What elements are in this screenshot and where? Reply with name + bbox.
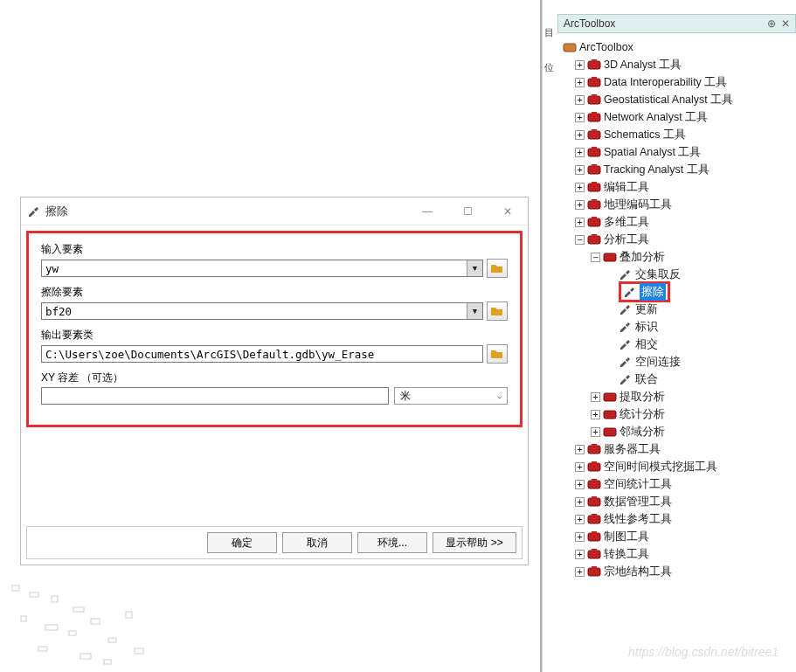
output-featureclass-field[interactable]	[41, 345, 483, 363]
tree-item-t16[interactable]: +制图工具	[561, 528, 793, 545]
tree-item-t17[interactable]: +转换工具	[561, 545, 793, 563]
tree-item-l0[interactable]: 交集取反	[561, 266, 793, 283]
expand-icon[interactable]: +	[575, 200, 585, 210]
tree-item-label: 叠加分析	[619, 248, 665, 266]
tree-item-l6[interactable]: 联合	[561, 371, 793, 388]
tree-item-l3[interactable]: 标识	[561, 318, 793, 336]
tree-item-t6[interactable]: +Tracking Analyst 工具	[561, 161, 793, 178]
expand-icon[interactable]: +	[575, 78, 585, 87]
chevron-down-icon[interactable]: ▼	[467, 260, 482, 276]
tree-item-label: 空间时间模式挖掘工具	[604, 458, 717, 475]
expand-icon[interactable]: −	[575, 235, 585, 245]
tree-item-s10_2[interactable]: +统计分析	[561, 405, 793, 423]
expand-icon[interactable]: +	[575, 480, 585, 489]
environments-button[interactable]: 环境...	[357, 532, 427, 553]
expand-icon[interactable]: +	[575, 165, 585, 175]
xy-tolerance-unit-select[interactable]: 米 ⌵	[394, 387, 508, 405]
close-button[interactable]: ✕	[488, 199, 528, 224]
expand-icon[interactable]: +	[575, 113, 585, 122]
input-features-combo[interactable]: ▼	[41, 260, 483, 277]
tree-item-t2[interactable]: +Geostatistical Analyst 工具	[561, 91, 793, 108]
tree-item-s10_3[interactable]: +邻域分析	[561, 423, 793, 440]
svg-rect-4	[21, 616, 26, 621]
browse-erase-button[interactable]	[487, 301, 508, 321]
expand-icon[interactable]: +	[575, 462, 585, 472]
tree-item-s10_0[interactable]: −叠加分析	[561, 248, 793, 266]
tree-item-t18[interactable]: +宗地结构工具	[561, 563, 793, 580]
expand-icon[interactable]: +	[575, 515, 585, 524]
tree-item-l4[interactable]: 相交	[561, 336, 793, 353]
tree-item-l2[interactable]: 更新	[561, 301, 793, 318]
maximize-button[interactable]: ☐	[447, 199, 488, 224]
tree-item-t11[interactable]: +服务器工具	[561, 440, 793, 458]
highlighted-selection: 擦除	[619, 281, 670, 302]
tree-item-label: 地理编码工具	[604, 196, 672, 213]
expand-icon[interactable]: +	[575, 60, 585, 70]
tree-item-t12[interactable]: +空间时间模式挖掘工具	[561, 458, 793, 475]
tree-item-s10_1[interactable]: +提取分析	[561, 388, 793, 405]
tree-item-t4[interactable]: +Schematics 工具	[561, 126, 793, 143]
toolbox-icon	[587, 530, 601, 543]
show-help-button[interactable]: 显示帮助 >>	[433, 532, 516, 553]
minimize-button[interactable]: —	[407, 199, 447, 224]
ok-button[interactable]: 确定	[207, 532, 277, 553]
toolbox-icon	[587, 233, 601, 246]
expand-icon[interactable]: +	[591, 410, 600, 419]
expand-icon[interactable]: +	[575, 95, 585, 105]
xy-tolerance-field[interactable]	[41, 387, 389, 405]
toolbox-icon	[587, 443, 601, 455]
toolbox-icon	[587, 461, 601, 473]
tree-item-t1[interactable]: +Data Interoperability 工具	[561, 73, 793, 91]
tree-item-t13[interactable]: +空间统计工具	[561, 475, 793, 493]
svg-rect-9	[126, 612, 132, 618]
input-features-label: 输入要素	[41, 242, 508, 257]
expand-icon[interactable]: +	[575, 218, 585, 227]
expand-icon[interactable]: +	[575, 567, 585, 577]
erase-features-combo[interactable]: ▼	[41, 302, 483, 320]
tree-item-t10[interactable]: −分析工具	[561, 231, 793, 248]
expand-icon[interactable]: +	[591, 427, 600, 437]
tree-item-t3[interactable]: +Network Analyst 工具	[561, 108, 793, 126]
chevron-down-icon[interactable]: ▼	[467, 303, 482, 319]
dialog-titlebar[interactable]: 擦除 — ☐ ✕	[21, 197, 528, 225]
tree-root[interactable]: ArcToolbox	[561, 38, 793, 56]
expand-icon[interactable]: −	[591, 253, 600, 262]
input-features-field[interactable]	[42, 260, 467, 276]
close-panel-icon[interactable]: ✕	[781, 17, 790, 30]
toolbox-icon	[587, 181, 601, 193]
tree-item-t15[interactable]: +线性参考工具	[561, 510, 793, 528]
tree-item-label: 空间连接	[635, 353, 681, 371]
expand-icon[interactable]: +	[575, 130, 585, 140]
pin-icon[interactable]: ⊕	[767, 17, 776, 30]
tree-item-t5[interactable]: +Spatial Analyst 工具	[561, 143, 793, 161]
toolbox-icon	[587, 478, 601, 490]
browse-input-button[interactable]	[487, 259, 508, 278]
tree-item-l5[interactable]: 空间连接	[561, 353, 793, 371]
tree-item-label: 邻域分析	[619, 423, 665, 440]
arctoolbox-panel: ArcToolbox ⊕ ✕ ArcToolbox +3D Analyst 工具…	[557, 14, 796, 672]
tree-item-label: 分析工具	[604, 231, 649, 248]
tree-item-t7[interactable]: +编辑工具	[561, 178, 793, 196]
expand-icon[interactable]: +	[575, 148, 585, 157]
dock-glyph-2: 位	[544, 61, 554, 74]
svg-rect-10	[38, 647, 47, 651]
panel-titlebar[interactable]: ArcToolbox ⊕ ✕	[557, 14, 796, 33]
expand-icon[interactable]: +	[575, 445, 585, 454]
expand-icon[interactable]: +	[575, 497, 585, 507]
expand-icon[interactable]: +	[575, 183, 585, 192]
expand-icon[interactable]: +	[591, 392, 600, 402]
browse-output-button[interactable]	[487, 344, 508, 364]
cancel-button[interactable]: 取消	[282, 532, 352, 553]
tree-item-t8[interactable]: +地理编码工具	[561, 196, 793, 213]
expand-icon[interactable]: +	[575, 550, 585, 559]
tree-item-label: 交集取反	[635, 266, 681, 283]
toolbox-icon	[587, 59, 601, 71]
expand-icon[interactable]: +	[575, 532, 585, 542]
tree-item-l1[interactable]: 擦除	[561, 283, 793, 301]
erase-features-field[interactable]	[42, 303, 467, 319]
dialog-content: 输入要素 ▼ 擦除要素 ▼	[29, 233, 520, 420]
tree-item-t14[interactable]: +数据管理工具	[561, 493, 793, 510]
tree-item-t9[interactable]: +多维工具	[561, 213, 793, 231]
tree-item-t0[interactable]: +3D Analyst 工具	[561, 56, 793, 73]
tree-item-label: 多维工具	[604, 213, 649, 231]
